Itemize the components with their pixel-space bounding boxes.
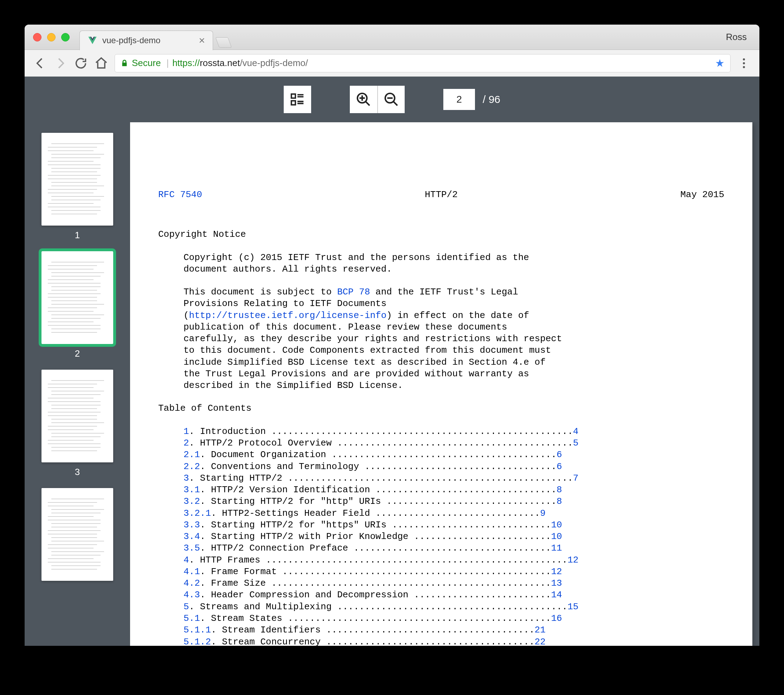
browser-window: vue-pdfjs-demo × Ross Secure | https://r… [25, 25, 759, 646]
pdf-toolbar: / 96 [25, 77, 759, 122]
text: the Trust Legal Provisions and are provi… [158, 368, 724, 380]
doc-title: HTTP/2 [425, 189, 458, 200]
thumbnail-number: 3 [75, 467, 80, 478]
svg-rect-1 [292, 101, 296, 105]
thumbnail-wrap: 2 [41, 251, 113, 359]
toc-entry[interactable]: 3.2. Starting HTTP/2 for "http" URIs ...… [183, 496, 724, 508]
thumbnail-page[interactable] [41, 133, 113, 225]
text: publication of this document. Please rev… [158, 322, 724, 333]
bcp78-link[interactable]: BCP 78 [337, 287, 370, 297]
thumbnail-page[interactable] [41, 251, 113, 344]
close-window-button[interactable] [33, 33, 41, 41]
table-of-contents: 1. Introduction ........................… [158, 426, 724, 646]
copyright-para-2: This document is subject to BCP 78 and t… [158, 286, 724, 391]
close-tab-icon[interactable]: × [199, 35, 205, 46]
home-button[interactable] [94, 56, 108, 70]
current-page-input[interactable] [443, 89, 475, 110]
total-pages-label: / 96 [483, 94, 500, 105]
toc-entry[interactable]: 3.3. Starting HTTP/2 for "https" URIs ..… [183, 519, 724, 531]
toc-entry[interactable]: 4. HTTP Frames .........................… [183, 554, 724, 566]
new-tab-button[interactable] [216, 37, 232, 48]
toc-entry[interactable]: 5.1. Stream States .....................… [183, 613, 724, 624]
toc-entry[interactable]: 3. Starting HTTP/2 .....................… [183, 473, 724, 484]
pdf-viewer-app: / 96 123 RFC 7540 HTTP/2 May 2015 Copyri… [25, 77, 759, 646]
toc-entry[interactable]: 3.2.1. HTTP2-Settings Header Field .....… [183, 508, 724, 519]
url-input[interactable]: Secure | https://rossta.net/vue-pdfjs-de… [115, 54, 731, 72]
text: carefully, as they describe your rights … [158, 333, 724, 345]
toc-entry[interactable]: 5.1.1. Stream Identifiers ..............… [183, 624, 724, 636]
thumbnail-page[interactable] [41, 488, 113, 581]
window-titlebar: vue-pdfjs-demo × Ross [25, 25, 759, 50]
toc-entry[interactable]: 4.3. Header Compression and Decompressio… [183, 589, 724, 601]
text: This document is subject to BCP 78 and t… [158, 286, 724, 298]
maximize-window-button[interactable] [61, 33, 69, 41]
vue-favicon [87, 36, 97, 45]
toc-entry[interactable]: 3.4. Starting HTTP/2 with Prior Knowledg… [183, 531, 724, 542]
tab-title: vue-pdfjs-demo [102, 36, 160, 45]
toc-entry[interactable]: 5.1.2. Stream Concurrency ..............… [183, 636, 724, 646]
text: Copyright (c) 2015 IETF Trust and the pe… [158, 252, 724, 263]
text: ) in effect on the date of [386, 310, 529, 321]
toc-entry[interactable]: 2.2. Conventions and Terminology .......… [183, 461, 724, 473]
browser-menu-button[interactable] [737, 58, 751, 68]
toc-entry[interactable]: 4.2. Frame Size ........................… [183, 578, 724, 589]
toc-entry[interactable]: 4.1. Frame Format ......................… [183, 566, 724, 578]
toc-entry[interactable]: 1. Introduction ........................… [183, 426, 724, 437]
bookmark-star-icon[interactable]: ★ [715, 57, 725, 69]
copyright-heading: Copyright Notice [158, 229, 724, 240]
text: document authors. All rights reserved. [158, 263, 724, 275]
zoom-controls [350, 86, 405, 113]
thumbnail-page[interactable] [41, 370, 113, 462]
thumbnail-number: 1 [75, 230, 80, 241]
secure-indicator: Secure [120, 58, 161, 69]
text: include Simplified BSD License text as d… [158, 357, 724, 368]
url-separator: | [166, 58, 169, 69]
url-host: rossta.net [200, 58, 240, 69]
thumbnail-sidebar[interactable]: 123 [25, 122, 130, 646]
text: described in the Simplified BSD License. [158, 380, 724, 391]
toc-entry[interactable]: 3.1. HTTP/2 Version Identification .....… [183, 484, 724, 496]
license-url-link[interactable]: http://trustee.ietf.org/license-info [189, 310, 387, 321]
minimize-window-button[interactable] [47, 33, 56, 41]
url-path: /vue-pdfjs-demo/ [240, 58, 308, 69]
reload-button[interactable] [74, 56, 88, 70]
thumbnail-wrap: 3 [41, 370, 113, 478]
text: This document is subject to [183, 287, 337, 297]
user-profile-label[interactable]: Ross [726, 31, 751, 43]
toc-entry[interactable]: 2.1. Document Organization .............… [183, 449, 724, 461]
page-navigation: / 96 [443, 89, 500, 110]
text: to this document. Code Components extrac… [158, 345, 724, 356]
doc-header: RFC 7540 HTTP/2 May 2015 [158, 189, 724, 200]
url-scheme: https:// [172, 58, 200, 69]
copyright-para-1: Copyright (c) 2015 IETF Trust and the pe… [158, 252, 724, 276]
pdf-page: RFC 7540 HTTP/2 May 2015 Copyright Notic… [130, 122, 753, 646]
toggle-thumbnails-button[interactable] [284, 86, 311, 113]
back-button[interactable] [33, 56, 47, 70]
browser-tab-active[interactable]: vue-pdfjs-demo × [79, 31, 213, 50]
secure-label-text: Secure [132, 58, 161, 69]
text: Provisions Relating to IETF Documents [158, 298, 724, 310]
lock-icon [120, 59, 128, 67]
zoom-in-button[interactable] [350, 86, 377, 113]
forward-button[interactable] [53, 56, 68, 70]
pdf-body: 123 RFC 7540 HTTP/2 May 2015 Copyright N… [25, 122, 759, 646]
rfc-link[interactable]: RFC 7540 [158, 189, 202, 200]
toc-entry[interactable]: 2. HTTP/2 Protocol Overview ............… [183, 437, 724, 449]
thumbnail-number: 2 [75, 348, 80, 359]
text: (http://trustee.ietf.org/license-info) i… [158, 310, 724, 322]
text: ( [183, 310, 189, 321]
address-bar: Secure | https://rossta.net/vue-pdfjs-de… [25, 50, 759, 77]
thumbnail-wrap [41, 488, 113, 581]
zoom-out-button[interactable] [377, 86, 405, 113]
window-controls [33, 33, 69, 41]
toc-heading: Table of Contents [158, 403, 724, 414]
thumbnail-wrap: 1 [41, 133, 113, 241]
toc-entry[interactable]: 5. Streams and Multiplexing ............… [183, 601, 724, 613]
text: and the IETF Trust's Legal [370, 287, 518, 297]
pdf-page-area[interactable]: RFC 7540 HTTP/2 May 2015 Copyright Notic… [130, 122, 759, 646]
browser-tabs: vue-pdfjs-demo × [79, 25, 726, 50]
svg-rect-0 [292, 94, 296, 99]
doc-date: May 2015 [680, 189, 724, 200]
toc-entry[interactable]: 3.5. HTTP/2 Connection Preface .........… [183, 542, 724, 554]
